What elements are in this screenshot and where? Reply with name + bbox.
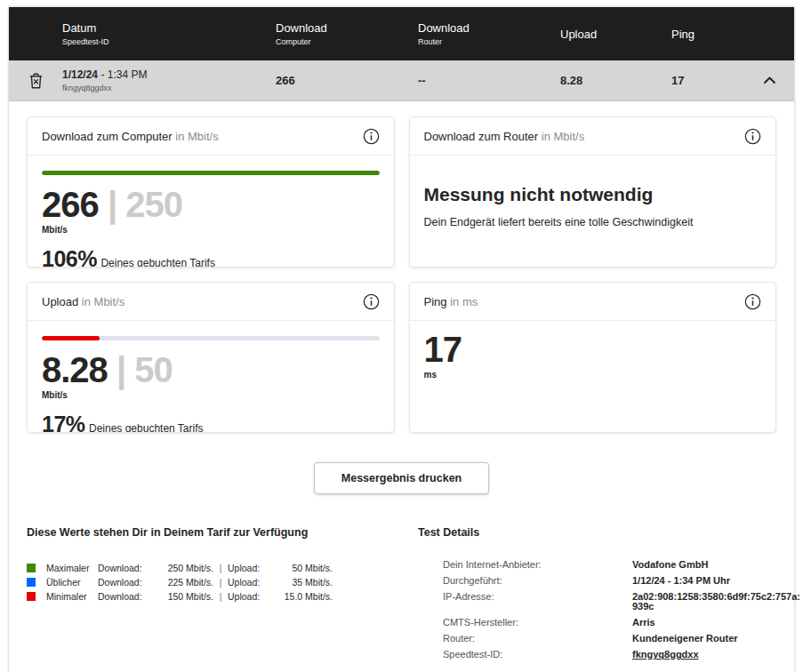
card-ping: Ping in ms 17 [409,282,777,433]
detail-value-cmts: Arris [632,618,801,628]
result-download-router: -- [418,74,560,87]
column-header-ping: Ping [671,28,744,41]
card-download-computer: Download zum Computer in Mbit/s [27,116,395,268]
tariff-swatch-ueblich [27,578,36,587]
upload-percent-row: 17% Deines gebuchten Tarifs [42,412,380,433]
speedtest-results-page: Datum Speedtest-ID Download Computer Dow… [0,0,803,672]
detail-label: Durchgeführt: [443,576,632,586]
info-icon[interactable] [744,293,761,310]
column-header-upload: Upload [560,28,671,41]
upload-value: 8.28 | 50 [42,352,380,388]
result-speedtest-id: fkngyq8ggdxx [62,84,276,92]
speedtest-id-link[interactable]: fkngyq8ggdxx [632,650,801,660]
results-table-header: Datum Speedtest-ID Download Computer Dow… [9,7,794,60]
speedtest-widget: Datum Speedtest-ID Download Computer Dow… [9,7,794,672]
info-icon[interactable] [363,128,380,145]
test-details-section: Test Details Dein Internet-Anbieter: Vod… [409,526,801,660]
detail-label: CMTS-Hersteller: [443,618,632,628]
column-header-datum: Datum Speedtest-ID [62,21,276,46]
detail-label: Router: [443,634,632,644]
card-download-router-title: Download zum Router in Mbit/s [424,130,585,143]
trash-icon [29,78,43,92]
detail-value-provider: Vodafone GmbH [632,560,801,570]
bottom-info-section: Diese Werte stehen Dir in Deinem Tarif z… [9,494,794,672]
chevron-up-icon [763,74,776,87]
result-upload: 8.28 [560,74,671,87]
ping-value: 17 [424,332,762,367]
result-download-computer: 266 [276,74,418,87]
card-ping-title: Ping in ms [424,295,478,308]
card-upload: Upload in Mbit/s [27,282,395,433]
detail-label: IP-Adresse: [443,592,632,602]
result-row[interactable]: 1/12/24 - 1:34 PM fkngyq8ggdxx 266 -- 8.… [9,60,794,101]
column-header-download-router: Download Router [418,21,560,46]
detail-value-datetime: 1/12/24 - 1:34 PM Uhr [632,576,801,586]
result-ping: 17 [671,74,744,87]
ping-unit: ms [424,370,762,380]
delete-result-button[interactable] [26,69,46,92]
tariff-swatch-minimal [27,592,36,601]
router-measurement-headline: Messung nicht notwendig [424,184,762,205]
detail-label: Dein Internet-Anbieter: [443,560,632,570]
tariff-table: Maximaler Download: 250 Mbit/s. | Upload… [27,563,409,602]
print-result-button[interactable]: Messergebnis drucken [314,462,489,494]
upload-progress-fill [42,336,100,340]
download-computer-progress-fill [42,171,380,175]
test-details-table: Dein Internet-Anbieter: Vodafone GmbH Du… [418,560,801,660]
router-measurement-caption: Dein Endgerät liefert bereits eine tolle… [424,216,762,228]
result-datetime-cell: 1/12/24 - 1:34 PM fkngyq8ggdxx [62,68,276,92]
card-download-computer-title: Download zum Computer in Mbit/s [42,130,219,143]
tariff-section: Diese Werte stehen Dir in Deinem Tarif z… [27,526,409,660]
upload-unit: Mbit/s [42,390,380,400]
download-computer-progress-track [42,171,380,175]
download-computer-unit: Mbit/s [42,225,380,235]
result-detail-panel: Download zum Computer in Mbit/s [9,101,794,494]
info-icon[interactable] [363,293,380,310]
column-header-download-computer: Download Computer [276,21,418,46]
detail-value-router: Kundeneigener Router [632,634,801,644]
upload-progress-track [42,336,380,340]
collapse-row-button[interactable] [759,73,780,88]
info-icon[interactable] [744,128,761,145]
card-download-router: Download zum Router in Mbit/s Me [409,116,777,268]
tariff-section-title: Diese Werte stehen Dir in Deinem Tarif z… [27,526,409,539]
card-upload-title: Upload in Mbit/s [42,295,124,308]
test-details-title: Test Details [418,526,801,539]
download-computer-percent-row: 106% Deines gebuchten Tarifs [42,246,380,268]
download-computer-value: 266 | 250 [42,187,380,222]
detail-label: Speedtest-ID: [443,650,632,660]
tariff-swatch-maximal [27,564,36,572]
result-datetime: 1/12/24 - 1:34 PM [62,68,276,81]
detail-value-ip-address: 2a02:908:1258:3580:6d9f:75c2:757a:939c [632,592,801,612]
